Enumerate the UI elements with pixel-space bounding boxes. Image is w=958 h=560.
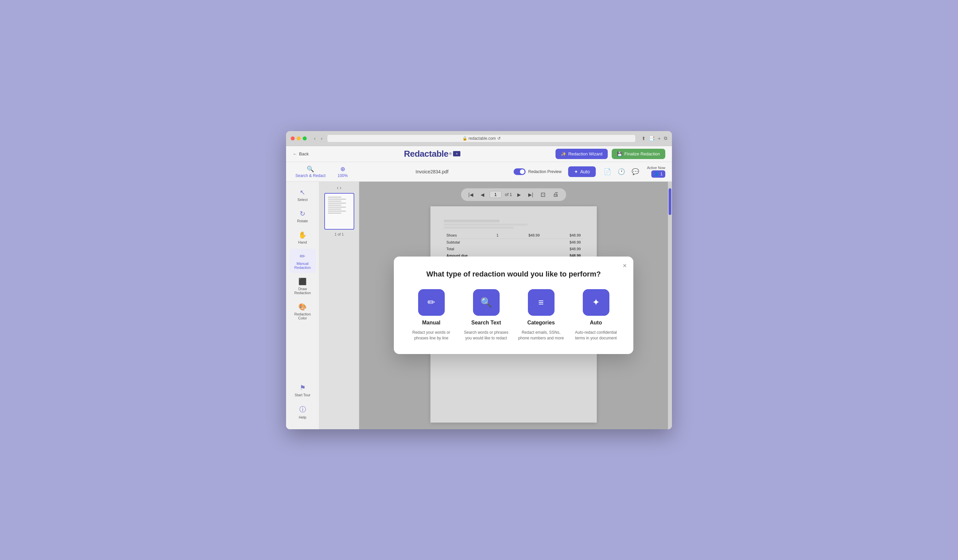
auto-icon: ✦ [592,297,600,308]
manual-option-desc: Redact your words or phrases line by lin… [407,330,455,341]
bookmark-btn[interactable]: 📑 [649,135,655,141]
sidebar-item-hand[interactable]: ✋ Hand [289,228,316,247]
sidebar-item-manual-redaction[interactable]: ✏ Manual Redaction [289,249,316,273]
rotate-label: Rotate [297,219,308,223]
share-btn[interactable]: ⬆ [642,135,646,141]
comment-icon-btn[interactable]: 💬 [630,167,640,177]
start-tour-label: Start Tour [295,393,311,397]
toolbar-icon-group: 📄 🕐 💬 [603,167,640,177]
categories-option-desc: Redact emails, SSNs, phone numbers and m… [517,330,565,341]
pencil-icon: ✏ [427,297,435,308]
select-icon: ↖ [300,188,305,196]
modal-option-categories[interactable]: ≡ Categories Redact emails, SSNs, phone … [517,289,565,341]
search-text-option-desc: Search words or phrases you would like t… [462,330,510,341]
manual-option-title: Manual [422,320,440,326]
active-now-label: Active Now [647,166,665,170]
browser-nav: ‹ › [312,135,324,142]
modal-option-auto[interactable]: ✦ Auto Auto-redact confidential terms in… [572,289,620,341]
app-content: ← Back Redactable ® ≡ ✨ Redaction Wizard… [286,146,672,429]
auto-option-desc: Auto-redact confidential terms in your d… [572,330,620,341]
tour-icon: ⚑ [300,384,306,392]
sidebar-item-help[interactable]: ⓘ Help [289,401,316,423]
scrollbar-thumb [669,188,671,215]
redaction-wizard-button[interactable]: ✨ Redaction Wizard [555,149,608,159]
maximize-traffic-light[interactable] [303,136,307,140]
browser-titlebar: ‹ › 🔒 redactable.com ↺ ⬆ 📑 + ⧉ [286,131,672,146]
top-bar: ← Back Redactable ® ≡ ✨ Redaction Wizard… [286,146,672,162]
categories-option-icon-wrap: ≡ [528,289,555,316]
reload-icon: ↺ [497,136,501,141]
rotate-icon: ↻ [300,209,305,217]
back-button[interactable]: ← Back [293,151,309,156]
document-icon-btn[interactable]: 📄 [603,167,612,177]
thumbnail-panel: ‹ › [319,182,359,429]
modal-close-button[interactable]: × [623,262,627,270]
redaction-preview-toggle[interactable]: Redaction Preview [514,168,561,175]
browser-window: ‹ › 🔒 redactable.com ↺ ⬆ 📑 + ⧉ ← Back Re… [286,131,672,429]
search-icon: 🔍 [307,165,314,173]
sidebar-item-redaction-color[interactable]: 🎨 Redaction Color [289,300,316,324]
manual-option-icon-wrap: ✏ [418,289,445,316]
browser-actions: ⬆ 📑 + ⧉ [642,135,667,141]
forward-nav-btn[interactable]: › [320,135,324,142]
modal-title: What type of redaction would you like to… [407,270,620,279]
address-bar[interactable]: 🔒 redactable.com ↺ [327,135,635,143]
auto-option-title: Auto [590,320,602,326]
toolbar: 🔍 Search & Redact ⊕ 100% Invoice2834.pdf… [286,162,672,182]
logo-icon: ≡ [453,151,460,156]
modal-option-search-text[interactable]: 🔍 Search Text Search words or phrases yo… [462,289,510,341]
logo-text: Redactable [404,149,449,159]
manual-redaction-label: Manual Redaction [292,262,313,270]
lock-icon: 🔒 [462,136,467,141]
help-icon: ⓘ [300,405,306,414]
wizard-label: Redaction Wizard [568,151,603,156]
select-label: Select [297,198,308,201]
sidebar-item-start-tour[interactable]: ⚑ Start Tour [289,380,316,400]
auto-option-icon-wrap: ✦ [583,289,609,316]
url-text: redactable.com [469,136,496,141]
filename-display: Invoice2834.pdf [357,169,507,175]
active-count: 1 [660,172,663,176]
main-area: ↖ Select ↻ Rotate ✋ Hand ✏ Manual Redact… [286,182,672,429]
redaction-type-modal: × What type of redaction would you like … [394,257,633,354]
search-redact-toolbar-item[interactable]: 🔍 Search & Redact [293,164,328,179]
auto-button[interactable]: ✦ Auto [568,167,596,177]
thumbnail-nav: ‹ › [323,185,355,190]
search-redact-label: Search & Redact [295,173,326,178]
search-text-option-title: Search Text [471,320,501,326]
back-nav-btn[interactable]: ‹ [312,135,317,142]
back-arrow-icon: ← [293,151,297,156]
minimize-traffic-light[interactable] [297,136,301,140]
redaction-preview-label: Redaction Preview [528,169,561,174]
sidebar-item-rotate[interactable]: ↻ Rotate [289,206,316,226]
sidebar-toggle-btn[interactable]: ⧉ [664,135,667,141]
manual-redaction-icon: ✏ [300,252,305,260]
sidebar-item-select[interactable]: ↖ Select [289,185,316,205]
toggle-switch[interactable] [514,168,525,175]
save-icon: 💾 [617,151,622,156]
page-thumbnail[interactable] [324,193,354,230]
logo-superscript: ® [449,152,452,156]
traffic-lights [291,136,307,140]
redaction-color-icon: 🎨 [298,303,307,311]
sidebar-bottom: ⚑ Start Tour ⓘ Help [289,380,316,426]
right-scrollbar[interactable] [668,182,672,429]
auto-sparkle-icon: ✦ [574,169,578,175]
modal-overlay: × What type of redaction would you like … [359,182,668,429]
zoom-toolbar-item[interactable]: ⊕ 100% [335,164,351,179]
auto-label: Auto [580,169,590,175]
avatar-icon: 👤 [654,172,659,176]
close-traffic-light[interactable] [291,136,295,140]
thumb-next-btn[interactable]: › [340,185,342,190]
new-tab-btn[interactable]: + [658,135,661,141]
filename-text: Invoice2834.pdf [416,169,449,175]
finalize-redaction-button[interactable]: 💾 Finalize Redaction [612,149,665,159]
categories-icon: ≡ [538,297,544,308]
thumbnail-doc-preview [326,195,353,228]
sidebar-item-draw-redaction[interactable]: ⬛ Draw Redaction [289,274,316,298]
thumb-prev-btn[interactable]: ‹ [337,185,339,190]
wand-icon: ✨ [561,151,566,156]
redaction-color-label: Redaction Color [292,312,313,320]
modal-option-manual[interactable]: ✏ Manual Redact your words or phrases li… [407,289,455,341]
history-icon-btn[interactable]: 🕐 [616,167,627,177]
